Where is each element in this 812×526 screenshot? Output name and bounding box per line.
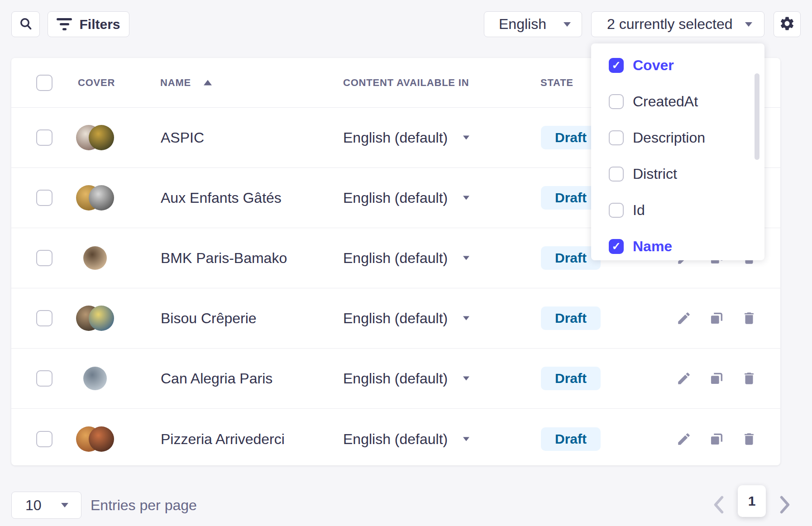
duplicate-button[interactable] bbox=[709, 311, 724, 326]
select-all-checkbox[interactable] bbox=[36, 75, 53, 91]
row-checkbox[interactable] bbox=[36, 431, 53, 447]
row-locale-select[interactable]: English (default) bbox=[343, 430, 469, 447]
checkbox[interactable]: ✓ bbox=[609, 203, 624, 218]
chevron-down-icon bbox=[463, 256, 469, 260]
chevron-right-icon bbox=[779, 496, 791, 515]
chevron-down-icon bbox=[463, 437, 469, 441]
cover-image bbox=[89, 306, 114, 331]
column-header-content-available-in[interactable]: CONTENT AVAILABLE IN bbox=[343, 77, 469, 89]
row-locale-value: English (default) bbox=[343, 370, 448, 387]
row-locale-select[interactable]: English (default) bbox=[343, 190, 469, 206]
chevron-left-icon bbox=[713, 496, 725, 515]
cover-thumbnails bbox=[76, 125, 114, 150]
column-option-createdat[interactable]: ✓ CreatedAt bbox=[591, 83, 764, 120]
cover-thumbnails bbox=[76, 245, 114, 271]
row-locale-select[interactable]: English (default) bbox=[343, 310, 469, 327]
checkbox[interactable]: ✓ bbox=[609, 239, 624, 254]
copy-icon bbox=[711, 376, 719, 384]
column-option-label: Description bbox=[633, 129, 705, 146]
row-checkbox[interactable] bbox=[36, 190, 53, 206]
row-locale-select[interactable]: English (default) bbox=[343, 370, 469, 387]
table-row: Pizzeria Arrivederci English (default) D… bbox=[11, 409, 780, 469]
table-row: Can Alegria Paris English (default) Draf… bbox=[11, 349, 780, 409]
checkbox[interactable]: ✓ bbox=[609, 94, 624, 109]
checkbox[interactable]: ✓ bbox=[609, 58, 624, 73]
row-locale-value: English (default) bbox=[343, 250, 448, 267]
scrollbar-thumb[interactable] bbox=[755, 73, 759, 160]
column-picker-dropdown: ✓ Cover ✓ CreatedAt ✓ Description ✓ Dist… bbox=[591, 43, 764, 260]
page-size-select[interactable]: 10 bbox=[11, 492, 81, 519]
column-option-district[interactable]: ✓ District bbox=[591, 156, 764, 192]
column-header-name[interactable]: NAME bbox=[160, 77, 191, 89]
row-locale-select[interactable]: English (default) bbox=[343, 129, 469, 146]
gear-icon bbox=[779, 15, 795, 33]
entry-name: ASPIC bbox=[161, 129, 204, 146]
trash-icon bbox=[745, 373, 754, 384]
row-checkbox[interactable] bbox=[36, 250, 53, 266]
delete-button[interactable] bbox=[741, 431, 757, 447]
cover-image bbox=[83, 367, 107, 390]
cover-thumbnails bbox=[76, 366, 114, 391]
column-option-label: District bbox=[633, 166, 677, 182]
column-option-label: Cover bbox=[633, 57, 674, 74]
row-actions bbox=[676, 431, 757, 447]
column-header-cover[interactable]: COVER bbox=[78, 77, 115, 89]
row-checkbox[interactable] bbox=[36, 310, 53, 326]
filters-button[interactable]: Filters bbox=[48, 11, 129, 37]
column-option-description[interactable]: ✓ Description bbox=[591, 120, 764, 156]
sort-ascending-icon[interactable] bbox=[204, 80, 212, 85]
previous-page-button[interactable] bbox=[709, 492, 729, 519]
column-option-cover[interactable]: ✓ Cover bbox=[591, 47, 764, 83]
row-locale-value: English (default) bbox=[343, 129, 448, 146]
delete-button[interactable] bbox=[741, 311, 757, 326]
row-locale-value: English (default) bbox=[343, 430, 448, 447]
cover-image bbox=[89, 426, 114, 452]
chevron-down-icon bbox=[745, 22, 752, 27]
chevron-down-icon bbox=[463, 377, 469, 381]
chevron-down-icon bbox=[463, 196, 469, 200]
duplicate-button[interactable] bbox=[709, 431, 724, 447]
row-actions bbox=[676, 311, 757, 326]
entry-name: Aux Enfants Gâtés bbox=[161, 190, 282, 206]
delete-button[interactable] bbox=[741, 371, 757, 386]
filter-icon bbox=[57, 18, 72, 30]
entry-name: BMK Paris-Bamako bbox=[161, 250, 287, 267]
row-locale-select[interactable]: English (default) bbox=[343, 250, 469, 267]
row-checkbox[interactable] bbox=[36, 129, 53, 146]
chevron-down-icon bbox=[61, 503, 68, 507]
checkbox[interactable]: ✓ bbox=[609, 167, 624, 182]
checkbox[interactable]: ✓ bbox=[609, 130, 624, 145]
column-option-label: CreatedAt bbox=[633, 93, 698, 110]
locale-select[interactable]: English bbox=[484, 11, 582, 37]
check-icon: ✓ bbox=[611, 241, 621, 252]
entry-name: Bisou Crêperie bbox=[161, 310, 257, 327]
page-size-value: 10 bbox=[25, 497, 42, 514]
chevron-down-icon bbox=[463, 316, 469, 320]
cover-image bbox=[89, 125, 114, 150]
copy-icon bbox=[711, 436, 719, 445]
next-page-button[interactable] bbox=[775, 492, 795, 519]
column-option-id[interactable]: ✓ Id bbox=[591, 192, 764, 228]
cover-image bbox=[89, 185, 114, 210]
search-button[interactable] bbox=[11, 11, 40, 37]
row-locale-value: English (default) bbox=[343, 190, 448, 206]
edit-button[interactable] bbox=[676, 311, 692, 326]
columns-select[interactable]: 2 currently selected bbox=[591, 11, 764, 37]
column-header-state[interactable]: STATE bbox=[540, 77, 573, 89]
status-badge: Draft bbox=[541, 306, 601, 330]
column-option-label: Id bbox=[633, 202, 645, 219]
row-actions bbox=[676, 371, 757, 386]
settings-button[interactable] bbox=[774, 11, 801, 37]
row-checkbox[interactable] bbox=[36, 370, 53, 387]
columns-select-value: 2 currently selected bbox=[607, 16, 732, 33]
chevron-down-icon bbox=[463, 136, 469, 140]
edit-button[interactable] bbox=[676, 371, 692, 386]
page-number-button[interactable]: 1 bbox=[738, 485, 766, 517]
status-badge: Draft bbox=[541, 427, 601, 451]
duplicate-button[interactable] bbox=[709, 371, 724, 386]
cover-image bbox=[83, 246, 107, 270]
entries-per-page-label: Entries per page bbox=[91, 492, 197, 519]
column-option-name[interactable]: ✓ Name bbox=[591, 228, 764, 260]
table-row: Bisou Crêperie English (default) Draft bbox=[11, 288, 780, 349]
edit-button[interactable] bbox=[676, 431, 692, 447]
